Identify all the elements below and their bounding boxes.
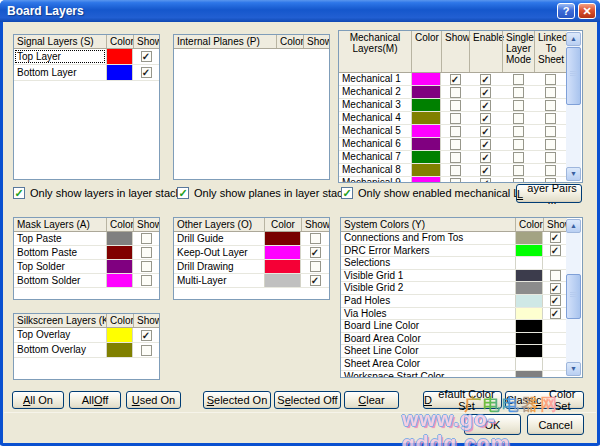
mechanical-scrollbar[interactable]: ▲ ▼ bbox=[566, 32, 581, 181]
color-swatch[interactable] bbox=[516, 245, 542, 257]
show-checkbox[interactable] bbox=[450, 139, 461, 150]
other-layer-row[interactable]: Multi-Layer bbox=[174, 274, 329, 288]
mask-layer-row[interactable]: Top Paste bbox=[14, 232, 159, 246]
linked-to-sheet-checkbox[interactable] bbox=[545, 87, 556, 98]
ok-button[interactable]: OK bbox=[464, 414, 521, 435]
show-checkbox[interactable] bbox=[141, 345, 152, 356]
enable-checkbox[interactable] bbox=[480, 74, 491, 85]
color-swatch[interactable] bbox=[107, 343, 132, 357]
color-swatch[interactable] bbox=[107, 49, 132, 64]
scroll-down-icon[interactable]: ▼ bbox=[566, 167, 581, 181]
linked-to-sheet-checkbox[interactable] bbox=[545, 100, 556, 111]
show-checkbox[interactable] bbox=[550, 295, 561, 306]
color-swatch[interactable] bbox=[412, 164, 440, 176]
single-layer-mode-checkbox[interactable] bbox=[513, 74, 524, 85]
color-swatch[interactable] bbox=[265, 232, 300, 245]
system-color-row[interactable]: Visible Grid 1 bbox=[341, 270, 567, 283]
color-swatch[interactable] bbox=[412, 125, 440, 137]
show-checkbox[interactable] bbox=[141, 67, 152, 78]
signal-layer-row[interactable]: Bottom Layer bbox=[14, 65, 159, 81]
color-swatch[interactable] bbox=[516, 232, 542, 244]
titlebar[interactable]: Board Layers ? ✕ bbox=[0, 0, 600, 22]
color-swatch[interactable] bbox=[516, 295, 542, 307]
mechanical-layer-row[interactable]: Mechanical 3 bbox=[339, 99, 567, 112]
enable-checkbox[interactable] bbox=[480, 87, 491, 98]
selected-on-button[interactable]: Selected On bbox=[203, 391, 271, 409]
show-checkbox[interactable] bbox=[450, 100, 461, 111]
color-swatch[interactable] bbox=[516, 257, 542, 269]
color-swatch[interactable] bbox=[516, 333, 542, 345]
color-swatch[interactable] bbox=[107, 232, 132, 245]
close-button[interactable]: ✕ bbox=[578, 3, 596, 19]
enable-checkbox[interactable] bbox=[480, 178, 491, 184]
color-swatch[interactable] bbox=[412, 151, 440, 163]
color-swatch[interactable] bbox=[516, 308, 542, 320]
color-swatch[interactable] bbox=[107, 65, 132, 80]
show-checkbox[interactable] bbox=[310, 247, 321, 258]
show-checkbox[interactable] bbox=[141, 275, 152, 286]
color-swatch[interactable] bbox=[107, 328, 132, 342]
color-swatch[interactable] bbox=[107, 260, 132, 273]
system-color-row[interactable]: Pad Holes bbox=[341, 295, 567, 308]
default-color-set-button[interactable]: Default Color Set bbox=[423, 391, 502, 409]
mechanical-layer-row[interactable]: Mechanical 4 bbox=[339, 112, 567, 125]
all-off-button[interactable]: All Off bbox=[69, 391, 121, 409]
enable-checkbox[interactable] bbox=[480, 152, 491, 163]
single-layer-mode-checkbox[interactable] bbox=[513, 126, 524, 137]
color-swatch[interactable] bbox=[265, 274, 300, 287]
selected-off-button[interactable]: Selected Off bbox=[274, 391, 341, 409]
show-checkbox[interactable] bbox=[141, 330, 152, 341]
mask-layer-row[interactable]: Top Solder bbox=[14, 260, 159, 274]
show-checkbox[interactable] bbox=[550, 283, 561, 294]
enable-checkbox[interactable] bbox=[480, 113, 491, 124]
show-checkbox[interactable] bbox=[450, 113, 461, 124]
show-checkbox[interactable] bbox=[550, 245, 561, 256]
color-swatch[interactable] bbox=[516, 282, 542, 294]
show-checkbox[interactable] bbox=[141, 247, 152, 258]
show-checkbox[interactable] bbox=[550, 308, 561, 319]
other-layer-row[interactable]: Keep-Out Layer bbox=[174, 246, 329, 260]
checkbox-icon[interactable] bbox=[177, 187, 189, 199]
classic-color-set-button[interactable]: Classic Color Set bbox=[505, 391, 584, 409]
other-layer-row[interactable]: Drill Drawing bbox=[174, 260, 329, 274]
mechanical-layer-row[interactable]: Mechanical 5 bbox=[339, 125, 567, 138]
all-on-button[interactable]: All On bbox=[12, 391, 64, 409]
mask-layer-row[interactable]: Bottom Solder bbox=[14, 274, 159, 288]
used-on-button[interactable]: Used On bbox=[126, 391, 181, 409]
mask-layer-row[interactable]: Bottom Paste bbox=[14, 246, 159, 260]
show-checkbox[interactable] bbox=[450, 87, 461, 98]
enable-checkbox[interactable] bbox=[480, 139, 491, 150]
only-show-layers-in-stack-option[interactable]: Only show layers in layer stack bbox=[13, 186, 181, 199]
color-swatch[interactable] bbox=[516, 345, 542, 357]
mechanical-layer-row[interactable]: Mechanical 7 bbox=[339, 151, 567, 164]
scroll-up-icon[interactable]: ▲ bbox=[566, 219, 581, 233]
show-checkbox[interactable] bbox=[310, 233, 321, 244]
cancel-button[interactable]: Cancel bbox=[527, 414, 584, 435]
single-layer-mode-checkbox[interactable] bbox=[513, 165, 524, 176]
system-color-row[interactable]: Via Holes bbox=[341, 308, 567, 321]
system-colors-scrollbar[interactable]: ▲ ▼ bbox=[566, 219, 581, 376]
system-color-row[interactable]: Workspace Start Color bbox=[341, 371, 567, 378]
mechanical-layer-row[interactable]: Mechanical 6 bbox=[339, 138, 567, 151]
scroll-up-icon[interactable]: ▲ bbox=[566, 32, 581, 46]
scroll-down-icon[interactable]: ▼ bbox=[566, 362, 581, 376]
show-checkbox[interactable] bbox=[310, 261, 321, 272]
silkscreen-layer-row[interactable]: Bottom Overlay bbox=[14, 343, 159, 358]
show-checkbox[interactable] bbox=[550, 270, 561, 281]
system-color-row[interactable]: Sheet Line Color bbox=[341, 345, 567, 358]
color-swatch[interactable] bbox=[412, 99, 440, 111]
layer-pairs-button[interactable]: Layer Pairs ... bbox=[516, 184, 582, 203]
scrollbar-thumb[interactable] bbox=[566, 274, 581, 319]
show-checkbox[interactable] bbox=[141, 233, 152, 244]
only-show-planes-in-stack-option[interactable]: Only show planes in layer stack bbox=[177, 186, 348, 199]
show-checkbox[interactable] bbox=[550, 232, 561, 243]
color-swatch[interactable] bbox=[265, 260, 300, 273]
enable-checkbox[interactable] bbox=[480, 100, 491, 111]
system-color-row[interactable]: Board Area Color bbox=[341, 333, 567, 346]
system-color-row[interactable]: Selections bbox=[341, 257, 567, 270]
single-layer-mode-checkbox[interactable] bbox=[513, 152, 524, 163]
enable-checkbox[interactable] bbox=[480, 165, 491, 176]
system-color-row[interactable]: Board Line Color bbox=[341, 320, 567, 333]
enable-checkbox[interactable] bbox=[480, 126, 491, 137]
show-checkbox[interactable] bbox=[450, 152, 461, 163]
